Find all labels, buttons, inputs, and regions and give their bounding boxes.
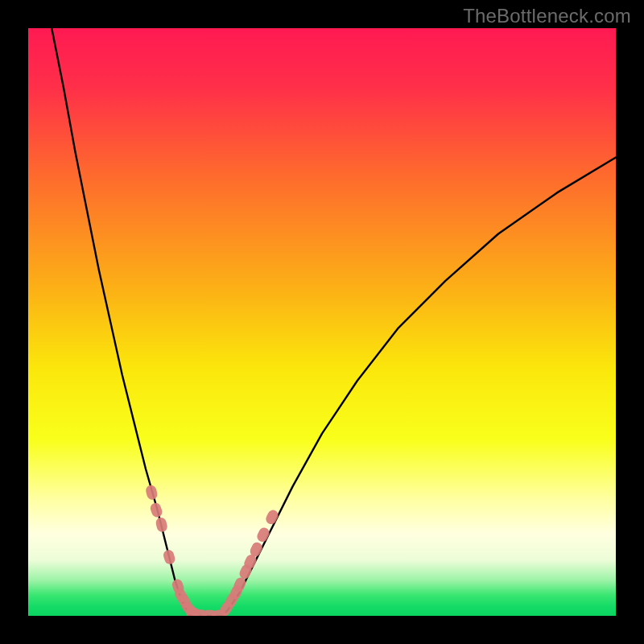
svg-rect-1 xyxy=(145,484,159,501)
svg-rect-4 xyxy=(162,549,176,566)
watermark-text: TheBottleneck.com xyxy=(463,5,631,27)
plot-area xyxy=(28,28,616,616)
curve-markers xyxy=(145,484,280,616)
svg-rect-3 xyxy=(155,517,168,534)
chart-canvas: TheBottleneck.com xyxy=(0,0,644,644)
svg-rect-20 xyxy=(255,526,271,543)
bottleneck-curve xyxy=(52,28,616,616)
curves-layer xyxy=(28,28,616,616)
svg-rect-21 xyxy=(264,508,280,526)
svg-rect-2 xyxy=(149,502,163,518)
